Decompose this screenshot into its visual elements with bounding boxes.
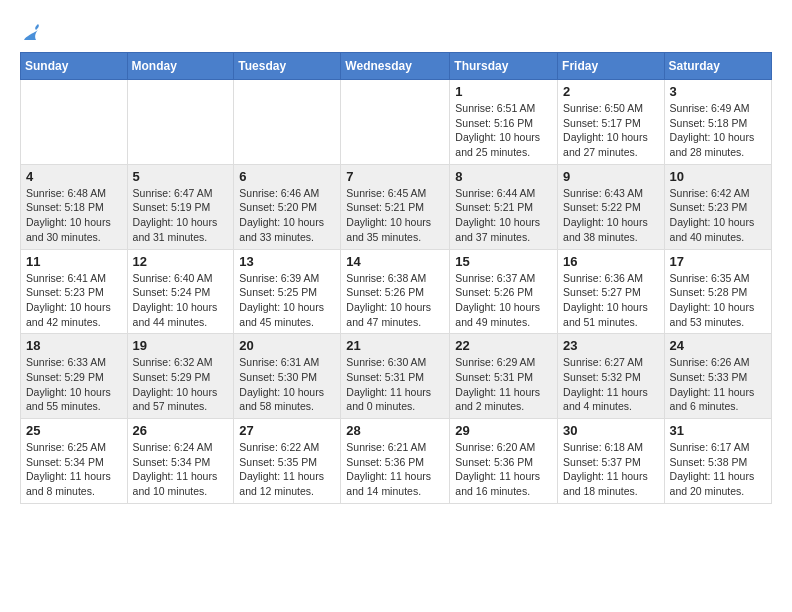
day-info-line: Sunrise: 6:36 AM — [563, 271, 659, 286]
day-number: 13 — [239, 254, 335, 269]
calendar-cell: 16Sunrise: 6:36 AMSunset: 5:27 PMDayligh… — [558, 249, 665, 334]
day-info-line: Sunrise: 6:29 AM — [455, 355, 552, 370]
header-tuesday: Tuesday — [234, 53, 341, 80]
day-number: 30 — [563, 423, 659, 438]
day-number: 22 — [455, 338, 552, 353]
day-number: 15 — [455, 254, 552, 269]
day-info-line: Daylight: 10 hours and 44 minutes. — [133, 300, 229, 329]
day-info: Sunrise: 6:30 AMSunset: 5:31 PMDaylight:… — [346, 355, 444, 414]
day-info-line: Sunset: 5:25 PM — [239, 285, 335, 300]
calendar-week-row: 25Sunrise: 6:25 AMSunset: 5:34 PMDayligh… — [21, 419, 772, 504]
day-info-line: Sunrise: 6:49 AM — [670, 101, 766, 116]
day-info-line: Daylight: 10 hours and 45 minutes. — [239, 300, 335, 329]
day-info: Sunrise: 6:36 AMSunset: 5:27 PMDaylight:… — [563, 271, 659, 330]
day-info-line: Daylight: 10 hours and 53 minutes. — [670, 300, 766, 329]
day-info-line: Sunrise: 6:43 AM — [563, 186, 659, 201]
day-info: Sunrise: 6:38 AMSunset: 5:26 PMDaylight:… — [346, 271, 444, 330]
day-info-line: Daylight: 11 hours and 14 minutes. — [346, 469, 444, 498]
day-info: Sunrise: 6:45 AMSunset: 5:21 PMDaylight:… — [346, 186, 444, 245]
calendar-cell — [234, 80, 341, 165]
day-info-line: Sunrise: 6:44 AM — [455, 186, 552, 201]
day-info: Sunrise: 6:32 AMSunset: 5:29 PMDaylight:… — [133, 355, 229, 414]
day-info: Sunrise: 6:51 AMSunset: 5:16 PMDaylight:… — [455, 101, 552, 160]
day-number: 19 — [133, 338, 229, 353]
day-info-line: Sunset: 5:34 PM — [133, 455, 229, 470]
calendar-header-row: SundayMondayTuesdayWednesdayThursdayFrid… — [21, 53, 772, 80]
day-info-line: Sunset: 5:27 PM — [563, 285, 659, 300]
calendar-cell: 26Sunrise: 6:24 AMSunset: 5:34 PMDayligh… — [127, 419, 234, 504]
day-number: 11 — [26, 254, 122, 269]
calendar-cell: 23Sunrise: 6:27 AMSunset: 5:32 PMDayligh… — [558, 334, 665, 419]
day-info-line: Sunset: 5:38 PM — [670, 455, 766, 470]
day-info-line: Sunrise: 6:38 AM — [346, 271, 444, 286]
day-number: 8 — [455, 169, 552, 184]
day-number: 25 — [26, 423, 122, 438]
day-info-line: Sunset: 5:33 PM — [670, 370, 766, 385]
day-info-line: Sunrise: 6:32 AM — [133, 355, 229, 370]
calendar-cell — [21, 80, 128, 165]
calendar-cell: 12Sunrise: 6:40 AMSunset: 5:24 PMDayligh… — [127, 249, 234, 334]
calendar-week-row: 11Sunrise: 6:41 AMSunset: 5:23 PMDayligh… — [21, 249, 772, 334]
day-info-line: Sunrise: 6:21 AM — [346, 440, 444, 455]
day-info-line: Sunset: 5:31 PM — [455, 370, 552, 385]
day-number: 6 — [239, 169, 335, 184]
day-number: 23 — [563, 338, 659, 353]
day-info-line: Sunset: 5:21 PM — [455, 200, 552, 215]
day-number: 3 — [670, 84, 766, 99]
day-info: Sunrise: 6:42 AMSunset: 5:23 PMDaylight:… — [670, 186, 766, 245]
day-info: Sunrise: 6:47 AMSunset: 5:19 PMDaylight:… — [133, 186, 229, 245]
day-info: Sunrise: 6:43 AMSunset: 5:22 PMDaylight:… — [563, 186, 659, 245]
day-info: Sunrise: 6:49 AMSunset: 5:18 PMDaylight:… — [670, 101, 766, 160]
day-info-line: Daylight: 10 hours and 33 minutes. — [239, 215, 335, 244]
day-number: 27 — [239, 423, 335, 438]
day-info-line: Daylight: 10 hours and 55 minutes. — [26, 385, 122, 414]
calendar-cell: 7Sunrise: 6:45 AMSunset: 5:21 PMDaylight… — [341, 164, 450, 249]
calendar-cell: 30Sunrise: 6:18 AMSunset: 5:37 PMDayligh… — [558, 419, 665, 504]
calendar-cell: 17Sunrise: 6:35 AMSunset: 5:28 PMDayligh… — [664, 249, 771, 334]
day-info-line: Sunrise: 6:27 AM — [563, 355, 659, 370]
header-saturday: Saturday — [664, 53, 771, 80]
calendar-cell: 29Sunrise: 6:20 AMSunset: 5:36 PMDayligh… — [450, 419, 558, 504]
day-info-line: Sunset: 5:16 PM — [455, 116, 552, 131]
day-info-line: Daylight: 10 hours and 38 minutes. — [563, 215, 659, 244]
day-info: Sunrise: 6:22 AMSunset: 5:35 PMDaylight:… — [239, 440, 335, 499]
day-info-line: Daylight: 11 hours and 10 minutes. — [133, 469, 229, 498]
day-info-line: Daylight: 10 hours and 51 minutes. — [563, 300, 659, 329]
day-info-line: Sunrise: 6:45 AM — [346, 186, 444, 201]
day-info: Sunrise: 6:18 AMSunset: 5:37 PMDaylight:… — [563, 440, 659, 499]
day-info-line: Sunrise: 6:25 AM — [26, 440, 122, 455]
day-info-line: Sunrise: 6:41 AM — [26, 271, 122, 286]
calendar-cell: 6Sunrise: 6:46 AMSunset: 5:20 PMDaylight… — [234, 164, 341, 249]
day-info-line: Daylight: 10 hours and 35 minutes. — [346, 215, 444, 244]
day-number: 16 — [563, 254, 659, 269]
day-info-line: Sunset: 5:36 PM — [346, 455, 444, 470]
day-info-line: Sunset: 5:28 PM — [670, 285, 766, 300]
day-info: Sunrise: 6:31 AMSunset: 5:30 PMDaylight:… — [239, 355, 335, 414]
calendar-cell: 13Sunrise: 6:39 AMSunset: 5:25 PMDayligh… — [234, 249, 341, 334]
day-info: Sunrise: 6:44 AMSunset: 5:21 PMDaylight:… — [455, 186, 552, 245]
day-info-line: Sunrise: 6:33 AM — [26, 355, 122, 370]
day-number: 17 — [670, 254, 766, 269]
calendar-cell — [127, 80, 234, 165]
day-info-line: Sunrise: 6:39 AM — [239, 271, 335, 286]
day-info-line: Sunrise: 6:51 AM — [455, 101, 552, 116]
calendar-cell: 14Sunrise: 6:38 AMSunset: 5:26 PMDayligh… — [341, 249, 450, 334]
calendar-cell: 22Sunrise: 6:29 AMSunset: 5:31 PMDayligh… — [450, 334, 558, 419]
day-number: 14 — [346, 254, 444, 269]
calendar-cell: 27Sunrise: 6:22 AMSunset: 5:35 PMDayligh… — [234, 419, 341, 504]
day-info: Sunrise: 6:27 AMSunset: 5:32 PMDaylight:… — [563, 355, 659, 414]
day-info-line: Sunset: 5:30 PM — [239, 370, 335, 385]
day-info-line: Daylight: 11 hours and 8 minutes. — [26, 469, 122, 498]
header-sunday: Sunday — [21, 53, 128, 80]
day-info-line: Daylight: 11 hours and 4 minutes. — [563, 385, 659, 414]
day-info: Sunrise: 6:40 AMSunset: 5:24 PMDaylight:… — [133, 271, 229, 330]
day-number: 31 — [670, 423, 766, 438]
calendar-cell: 11Sunrise: 6:41 AMSunset: 5:23 PMDayligh… — [21, 249, 128, 334]
day-info-line: Sunrise: 6:40 AM — [133, 271, 229, 286]
day-info-line: Sunset: 5:31 PM — [346, 370, 444, 385]
day-info: Sunrise: 6:21 AMSunset: 5:36 PMDaylight:… — [346, 440, 444, 499]
logo — [20, 24, 40, 44]
day-info-line: Sunset: 5:36 PM — [455, 455, 552, 470]
day-number: 24 — [670, 338, 766, 353]
day-info-line: Sunset: 5:18 PM — [26, 200, 122, 215]
